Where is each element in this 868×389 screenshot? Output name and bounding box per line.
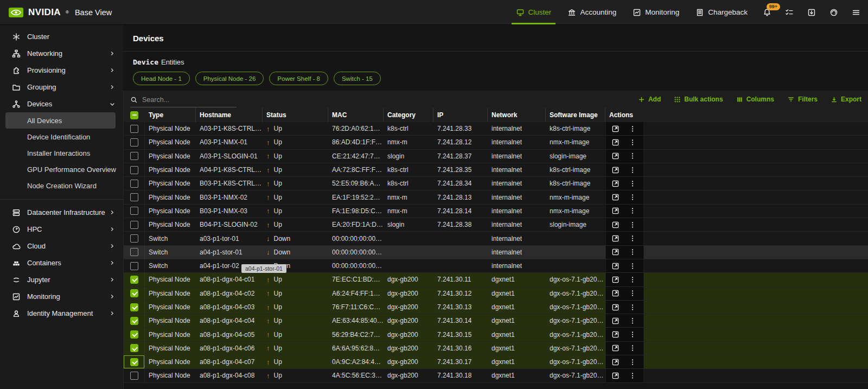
row-menu-button[interactable]: [629, 289, 636, 297]
columns-button[interactable]: Columns: [736, 95, 774, 103]
sidebar-item-hpc[interactable]: HPC: [0, 221, 123, 238]
column-header-ip[interactable]: IP: [433, 108, 488, 122]
sidebar-item-devices[interactable]: Devices: [0, 95, 123, 112]
table-row[interactable]: Physical NodeA04-P1-K8S-CTRL-03↑UpAA:72:…: [124, 163, 868, 177]
row-checkbox[interactable]: [130, 262, 138, 270]
open-device-button[interactable]: [611, 248, 620, 256]
open-device-button[interactable]: [611, 166, 620, 174]
open-device-button[interactable]: [611, 262, 620, 270]
table-row[interactable]: Physical NodeB03-P1-K8S-CTRL-02↑Up52:E5:…: [124, 177, 868, 190]
table-row[interactable]: Physical Nodea08-p1-dgx-04-c05↑Up56:29:B…: [124, 328, 868, 341]
sidebar-item-gpu-performance-overview[interactable]: GPU Performance Overview: [0, 161, 123, 177]
row-menu-button[interactable]: [629, 138, 636, 146]
table-row[interactable]: Physical Nodea08-p1-dgx-04-c07↑Up0A:9C:A…: [124, 355, 868, 369]
filters-button[interactable]: Filters: [787, 95, 818, 103]
table-row[interactable]: Physical Nodea08-p1-dgx-04-c01↑Up7E:EC:C…: [124, 273, 868, 286]
table-row[interactable]: Physical Nodea08-p1-dgx-04-c02↑UpA6:24:F…: [124, 287, 868, 301]
nav-item-monitoring[interactable]: Monitoring: [633, 0, 679, 24]
column-header-type[interactable]: Type: [145, 108, 196, 122]
row-menu-button[interactable]: [629, 344, 636, 352]
column-header-hostname[interactable]: Hostname: [196, 108, 263, 122]
row-menu-button[interactable]: [629, 221, 636, 229]
row-menu-button[interactable]: [629, 125, 636, 133]
nav-item-cluster[interactable]: Cluster: [516, 0, 552, 24]
entity-chip-head-node[interactable]: Head Node - 1: [133, 72, 190, 85]
row-checkbox[interactable]: [130, 372, 138, 380]
row-menu-button[interactable]: [629, 276, 636, 284]
row-checkbox[interactable]: [130, 152, 138, 160]
table-row[interactable]: Physical NodeA03-P1-K8S-CTRL-01↑Up76:2D:…: [124, 122, 868, 136]
export-button[interactable]: Export: [831, 95, 861, 103]
table-row[interactable]: Physical Nodea08-p1-dgx-04-c03↑Up76:F7:1…: [124, 301, 868, 314]
row-menu-button[interactable]: [629, 330, 636, 339]
sidebar-item-grouping[interactable]: Grouping: [0, 79, 123, 95]
open-device-button[interactable]: [611, 358, 620, 366]
sidebar-item-cloud[interactable]: Cloud: [0, 238, 123, 254]
table-row[interactable]: Physical NodeB04-P1-SLOGIN-02↑UpEA:20:FD…: [124, 218, 868, 232]
table-row[interactable]: Physical NodeA03-P1-SLOGIN-01↑UpCE:21:42…: [124, 150, 868, 163]
table-row[interactable]: Switcha04-p1-tor-02↓Down00:00:00:00:00:0…: [124, 259, 868, 273]
nvidia-brand[interactable]: NVIDIA® Base View: [9, 7, 112, 18]
open-device-button[interactable]: [611, 317, 620, 325]
row-checkbox[interactable]: [130, 138, 138, 146]
open-device-button[interactable]: [611, 207, 620, 215]
row-menu-button[interactable]: [629, 248, 636, 256]
bulk-actions-button[interactable]: Bulk actions: [674, 95, 723, 103]
row-checkbox[interactable]: [130, 248, 138, 256]
open-device-button[interactable]: [611, 276, 620, 284]
sidebar-item-cluster[interactable]: Cluster: [0, 28, 123, 45]
row-menu-button[interactable]: [629, 193, 636, 201]
entity-chip-switch[interactable]: Switch - 15: [334, 72, 381, 85]
sidebar-item-jupyter[interactable]: Jupyter: [0, 271, 123, 288]
row-checkbox[interactable]: [130, 330, 138, 339]
menu-icon-button[interactable]: [852, 8, 860, 17]
notifications-icon-button[interactable]: 99+: [763, 8, 771, 17]
row-checkbox[interactable]: [130, 125, 138, 133]
open-device-button[interactable]: [611, 303, 620, 311]
open-device-button[interactable]: [611, 289, 620, 297]
row-checkbox[interactable]: [130, 289, 138, 297]
nav-item-chargeback[interactable]: Chargeback: [695, 0, 748, 24]
open-device-button[interactable]: [611, 193, 620, 201]
table-row[interactable]: Switcha03-p1-tor-01↓Down00:00:00:00:00:0…: [124, 232, 868, 245]
entity-chip-power-shelf[interactable]: Power Shelf - 8: [269, 72, 328, 85]
open-device-button[interactable]: [611, 125, 620, 133]
column-header-actions[interactable]: Actions: [605, 108, 644, 122]
row-checkbox[interactable]: [130, 234, 138, 243]
open-device-button[interactable]: [611, 372, 620, 380]
column-header-mac[interactable]: MAC: [328, 108, 384, 122]
tasks-icon-button[interactable]: [785, 8, 794, 17]
sidebar-item-networking[interactable]: Networking: [0, 45, 123, 62]
column-header-network[interactable]: Network: [488, 108, 546, 122]
row-checkbox[interactable]: [130, 303, 138, 311]
import-icon-button[interactable]: [807, 8, 816, 17]
table-row[interactable]: Physical Nodea08-p1-dgx-04-c08↑Up4A:5C:5…: [124, 369, 868, 382]
row-checkbox[interactable]: [130, 207, 138, 215]
table-row[interactable]: Physical Nodea08-p1-dgx-04-c06↑Up6A:6A:9…: [124, 342, 868, 355]
row-menu-button[interactable]: [629, 372, 636, 380]
entity-chip-physical-node[interactable]: Physical Node - 26: [195, 72, 264, 85]
row-checkbox[interactable]: [130, 180, 138, 188]
table-row[interactable]: Physical NodeB03-P1-NMX-02↑UpEA:1F:19:52…: [124, 190, 868, 204]
row-checkbox[interactable]: [130, 166, 138, 174]
row-menu-button[interactable]: [629, 358, 636, 366]
support-icon-button[interactable]: [829, 8, 838, 17]
row-menu-button[interactable]: [629, 262, 636, 270]
table-row[interactable]: Physical NodeB03-P1-NMX-03↑UpFA:1E:98:D5…: [124, 205, 868, 218]
sidebar-item-datacenter-infrastructure[interactable]: Datacenter Infrastructure: [0, 204, 123, 221]
sidebar-item-monitoring[interactable]: Monitoring: [0, 288, 123, 305]
row-menu-button[interactable]: [629, 180, 636, 188]
column-header-category[interactable]: Category: [384, 108, 433, 122]
row-menu-button[interactable]: [629, 303, 636, 311]
column-header-status[interactable]: Status: [263, 108, 328, 122]
open-device-button[interactable]: [611, 344, 620, 352]
row-checkbox[interactable]: [130, 358, 138, 366]
sidebar-item-installer-interactions[interactable]: Installer Interactions: [0, 145, 123, 161]
sidebar-item-node-creation-wizard[interactable]: Node Creation Wizard: [0, 177, 123, 194]
row-checkbox[interactable]: [130, 317, 138, 325]
open-device-button[interactable]: [611, 330, 620, 339]
row-checkbox[interactable]: [130, 276, 138, 284]
sidebar-item-device-identification[interactable]: Device Identification: [0, 129, 123, 145]
table-row[interactable]: Physical Nodea08-p1-dgx-04-c04↑UpAE:63:4…: [124, 314, 868, 328]
nav-item-accounting[interactable]: Accounting: [567, 0, 616, 24]
